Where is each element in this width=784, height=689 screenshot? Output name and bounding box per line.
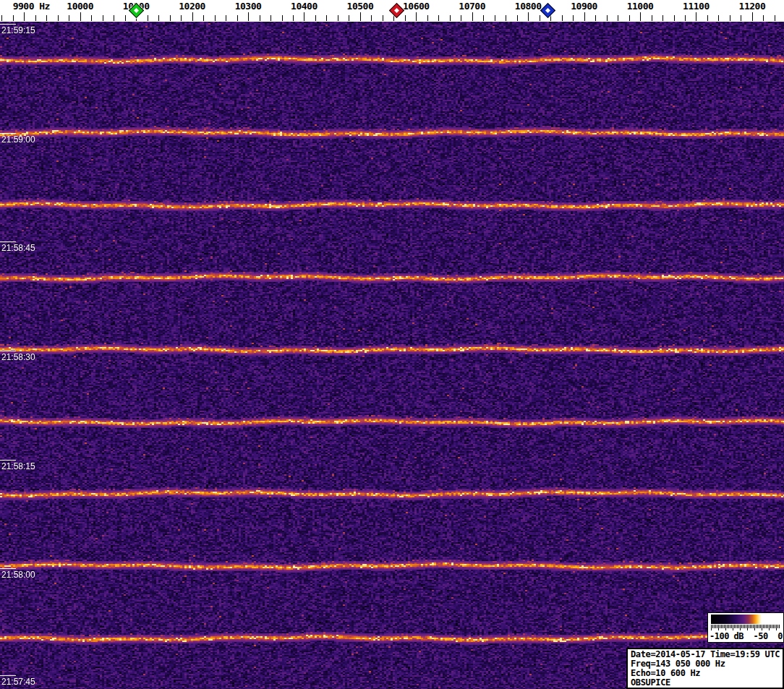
frequency-tick [270,15,271,21]
frequency-tick [483,15,484,21]
frequency-tick-label: 10400 [291,1,318,12]
frequency-tick [696,12,696,21]
frequency-tick [315,15,316,21]
frequency-tick [607,15,608,21]
frequency-tick [652,15,652,21]
frequency-tick-label: 10500 [347,1,374,12]
frequency-tick [562,15,563,21]
frequency-tick [125,15,126,21]
frequency-tick [46,15,47,21]
frequency-tick [461,15,461,21]
time-tick [0,133,16,134]
frequency-tick [573,15,574,21]
frequency-tick [170,15,171,21]
frequency-tick-label: 11000 [627,1,654,12]
frequency-tick [69,15,69,21]
frequency-tick [775,15,775,21]
time-tick [0,241,16,242]
frequency-tick-label: 11100 [683,1,710,12]
frequency-tick [528,12,529,21]
frequency-tick [550,15,551,21]
time-tick-label: 21:57:45 [1,677,35,687]
frequency-tick [304,12,304,21]
frequency-tick [260,15,260,21]
frequency-tick [718,15,719,21]
spectrogram-waterfall[interactable] [0,22,784,689]
frequency-tick [517,15,518,21]
frequency-tick [349,15,349,21]
frequency-tick [80,12,81,21]
frequency-tick [495,15,495,21]
frequency-tick-label: 10000 [67,1,93,12]
time-tick [0,351,16,351]
frequency-tick [438,15,439,21]
frequency-tick [248,12,249,21]
frequency-tick [416,12,417,21]
frequency-tick [618,15,618,21]
frequency-tick [629,15,630,21]
frequency-tick [148,15,148,21]
colorbar-ticks [711,625,780,630]
frequency-tick [35,15,36,21]
colorbar-labels: -100 dB -50 0 [710,631,783,641]
time-tick-label: 21:58:45 [1,243,35,253]
colorbar-label-mid: -50 [754,631,768,641]
frequency-tick-label: 10700 [459,1,485,12]
time-tick-label: 21:59:00 [1,134,35,145]
frequency-tick [405,15,406,21]
frequency-tick [730,15,730,21]
colorbar-major-ticks [711,625,780,630]
frequency-tick [237,15,238,21]
frequency-tick [203,15,204,21]
frequency-tick-label: 11200 [739,1,766,12]
frequency-ruler[interactable]: 9900 Hz100001010010200103001040010500106… [0,0,784,22]
frequency-tick [741,15,741,21]
colorbar-label-max: 0 [777,631,783,641]
green-marker-center-dot [134,8,139,13]
colorbar-gradient [711,615,780,624]
frequency-tick [540,15,540,21]
frequency-tick [360,12,361,21]
frequency-tick [282,15,283,21]
frequency-tick [215,15,216,21]
frequency-tick-label: 9900 Hz [13,1,50,12]
frequency-tick [91,15,92,21]
frequency-tick [427,15,428,21]
time-tick [0,460,16,461]
time-tick [0,675,16,676]
frequency-tick [674,15,675,21]
frequency-tick [371,15,372,21]
time-tick-label: 21:58:15 [1,461,35,471]
frequency-tick-label: 10900 [571,1,597,12]
frequency-tick [640,12,641,21]
frequency-tick [685,15,686,21]
frequency-tick [763,15,764,21]
frequency-tick [293,15,294,21]
frequency-tick [584,12,585,21]
frequency-tick [226,15,226,21]
frequency-tick [472,12,473,21]
frequency-tick [58,15,59,21]
time-tick [0,24,16,25]
frequency-tick [338,15,338,21]
frequency-tick [752,12,753,21]
red-marker[interactable] [389,3,404,18]
frequency-tick [506,15,506,21]
frequency-tick [1,15,2,21]
time-tick [0,568,16,569]
info-station: OBSUPICE [631,678,783,688]
blue-marker-center-dot [545,8,550,13]
time-tick-label: 21:59:15 [1,25,35,35]
time-tick-label: 21:58:00 [1,570,35,580]
frequency-tick [192,12,193,21]
frequency-tick-label: 10300 [235,1,262,12]
frequency-tick [450,15,451,21]
frequency-tick [707,15,708,21]
frequency-tick [662,15,663,21]
frequency-tick [383,15,383,21]
frequency-tick [13,15,14,21]
blue-marker[interactable] [540,3,555,18]
colorbar-label-min: -100 dB [710,631,743,641]
frequency-tick [595,15,596,21]
frequency-tick-label: 10200 [179,1,205,12]
